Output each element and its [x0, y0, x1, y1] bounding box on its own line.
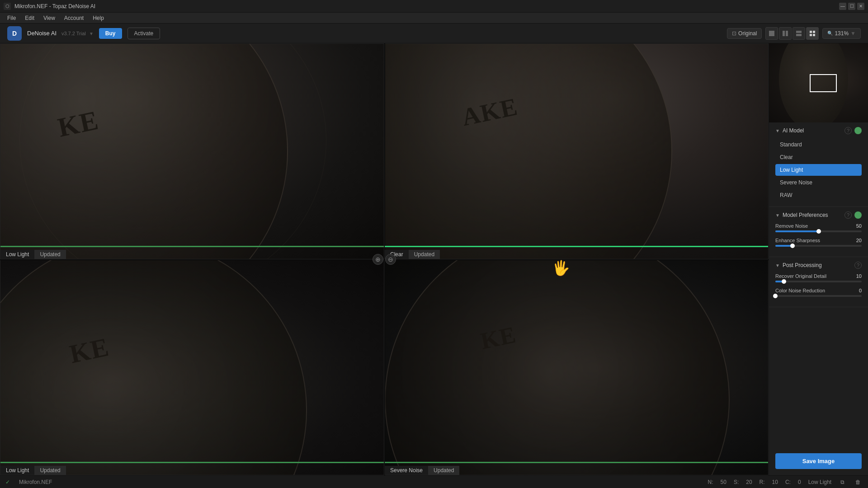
quadrant-top-right[interactable]: AKE Clear Updated [384, 43, 769, 259]
model-pref-chevron: ▼ [775, 213, 780, 218]
svg-rect-0 [769, 31, 774, 36]
enhance-sharpness-track[interactable] [775, 245, 862, 247]
recover-detail-thumb[interactable] [782, 279, 786, 284]
quadrant-bottom-right[interactable]: KE Severe Noise Updated [384, 259, 769, 475]
remove-noise-value: 50 [851, 223, 862, 229]
zoom-out-button[interactable]: ⊕ [373, 254, 383, 265]
color-noise-thumb[interactable] [773, 294, 778, 298]
model-raw[interactable]: RAW [775, 189, 862, 201]
enhance-sharpness-row: Enhance Sharpness 20 [775, 238, 862, 247]
quadrant-name-bl: Low Light [0, 466, 34, 475]
ai-model-help[interactable]: ? [844, 127, 852, 134]
model-severe-noise[interactable]: Severe Noise [775, 177, 862, 188]
remove-noise-thumb[interactable] [816, 229, 821, 234]
quadrant-bottom-left[interactable]: KE Low Light Updated [0, 259, 384, 475]
recover-detail-track[interactable] [775, 281, 862, 282]
post-processing-section: ▼ Post Processing ? Recover Original Det… [769, 257, 868, 307]
disc-overlay-br [385, 259, 730, 475]
ai-model-section: ▼ AI Model ? Standard Clear Low Light Se… [769, 122, 868, 207]
recover-detail-row: Recover Original Detail 10 [775, 273, 862, 282]
post-processing-header[interactable]: ▼ Post Processing ? [775, 262, 862, 269]
window-title: Mikrofon.NEF - Topaz DeNoise AI [14, 3, 835, 9]
disc-overlay-tr [384, 43, 672, 259]
toolbar: D DeNoise AI v3.7.2 Trial ▼ Buy Activate… [0, 23, 868, 43]
remove-noise-track[interactable] [775, 230, 862, 232]
remove-noise-label: Remove Noise [775, 223, 808, 229]
quadrant-status-tr: Updated [409, 250, 440, 259]
svg-rect-5 [810, 31, 812, 33]
ai-model-toggle[interactable] [854, 127, 862, 134]
ai-model-chevron: ▼ [775, 128, 780, 133]
menu-view[interactable]: View [40, 14, 59, 22]
menu-account[interactable]: Account [61, 14, 87, 22]
status-n-label: N: [708, 479, 713, 485]
menu-help[interactable]: Help [89, 14, 108, 22]
app-logo: D [7, 26, 22, 41]
recover-detail-label: Recover Original Detail [775, 273, 826, 279]
activate-button[interactable]: Activate [127, 28, 160, 39]
model-standard[interactable]: Standard [775, 139, 862, 150]
enhance-sharpness-thumb[interactable] [790, 244, 795, 248]
svg-rect-6 [813, 31, 815, 33]
model-low-light[interactable]: Low Light [775, 164, 862, 176]
zoom-in-button[interactable]: ⊖ [385, 254, 396, 265]
view-split-v-button[interactable] [779, 27, 792, 40]
view-toggle-group [765, 27, 819, 40]
quadrant-name-br: Severe Noise [385, 466, 428, 475]
status-c-label: C: [785, 479, 791, 485]
quadrant-name-tl: Low Light [0, 250, 34, 259]
menu-file[interactable]: File [4, 14, 19, 22]
status-bar: ✓ Mikrofon.NEF N: 50 S: 20 R: 10 C: 0 Lo… [0, 475, 868, 488]
quadrant-label-bl: Low Light Updated [0, 466, 384, 475]
status-delete-icon[interactable]: 🗑 [854, 478, 863, 486]
svg-rect-1 [783, 31, 785, 36]
zoom-indicator[interactable]: 🔍 131% ▼ [822, 28, 861, 39]
menu-edit[interactable]: Edit [21, 14, 38, 22]
close-button[interactable]: ✕ [857, 3, 864, 10]
status-c-value: 0 [798, 479, 801, 485]
recover-detail-value: 10 [851, 273, 862, 279]
main-layout: ⊕ ⊖ 🖐 KE Low Light Updated AKE Clear [0, 43, 868, 475]
model-preferences-header[interactable]: ▼ Model Preferences ? [775, 211, 862, 219]
status-r-label: R: [760, 479, 765, 485]
ai-model-header[interactable]: ▼ AI Model ? [775, 127, 862, 134]
status-filename: Mikrofon.NEF [19, 479, 52, 485]
remove-noise-row: Remove Noise 50 [775, 223, 862, 232]
quadrant-top-left[interactable]: KE Low Light Updated [0, 43, 384, 259]
quadrant-label-tr: Clear Updated [385, 250, 768, 259]
post-proc-title: Post Processing [783, 262, 852, 268]
status-s-value: 20 [746, 479, 752, 485]
post-proc-help[interactable]: ? [854, 262, 862, 269]
ai-model-title: AI Model [783, 127, 842, 134]
status-s-label: S: [734, 479, 739, 485]
maximize-button[interactable]: ☐ [848, 3, 855, 10]
model-pref-help[interactable]: ? [844, 211, 852, 219]
quadrant-label-br: Severe Noise Updated [385, 466, 768, 475]
model-clear[interactable]: Clear [775, 151, 862, 163]
center-controls: ⊕ ⊖ [373, 254, 396, 265]
original-button[interactable]: ⊡ Original [727, 28, 762, 39]
quadrant-status-tl: Updated [34, 250, 66, 259]
minimize-button[interactable]: — [839, 3, 846, 10]
view-quad-button[interactable] [806, 27, 819, 40]
color-noise-label: Color Noise Reduction [775, 288, 825, 293]
svg-rect-8 [813, 34, 815, 36]
thumbnail [769, 43, 868, 122]
buy-button[interactable]: Buy [99, 28, 122, 39]
app-name: DeNoise AI v3.7.2 Trial ▼ [27, 30, 94, 37]
view-single-button[interactable] [765, 27, 778, 40]
quadrant-status-bl: Updated [34, 466, 66, 475]
remove-noise-fill [775, 230, 819, 232]
status-r-value: 10 [772, 479, 778, 485]
save-image-button[interactable]: Save Image [775, 453, 862, 469]
canvas-area[interactable]: ⊕ ⊖ 🖐 KE Low Light Updated AKE Clear [0, 43, 769, 475]
model-pref-toggle[interactable] [854, 211, 862, 219]
title-bar: ⬡ Mikrofon.NEF - Topaz DeNoise AI — ☐ ✕ [0, 0, 868, 13]
quadrant-label-tl: Low Light Updated [0, 250, 384, 259]
model-preferences-section: ▼ Model Preferences ? Remove Noise 50 [769, 207, 868, 257]
status-copy-icon[interactable]: ⧉ [839, 478, 846, 486]
view-split-h-button[interactable] [793, 27, 805, 40]
color-noise-track[interactable] [775, 295, 862, 297]
status-n-value: 50 [721, 479, 726, 485]
cursor-hand: 🖐 [552, 259, 570, 277]
